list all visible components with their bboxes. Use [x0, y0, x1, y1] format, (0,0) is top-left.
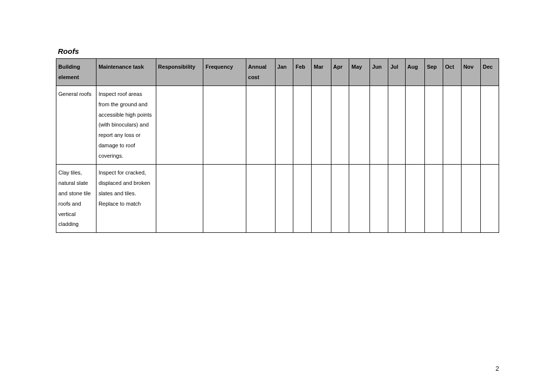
column-header: Oct — [443, 59, 461, 86]
cell-mar — [312, 86, 331, 164]
column-header: Jul — [388, 59, 405, 86]
cell-maintenance-task: Inspect for cracked, displaced and broke… — [96, 165, 156, 233]
column-header: Jun — [370, 59, 388, 86]
cell-may — [349, 165, 370, 233]
document-page: Roofs Building elementMaintenance taskRe… — [56, 47, 499, 233]
cell-building-element: General roofs — [56, 86, 96, 164]
cell-aug — [405, 86, 424, 164]
cell-annual-cost — [246, 165, 275, 233]
cell-jul — [388, 86, 405, 164]
table-header-row: Building elementMaintenance taskResponsi… — [56, 59, 499, 86]
page-number: 2 — [496, 365, 499, 372]
cell-feb — [293, 86, 312, 164]
cell-responsibility — [156, 165, 203, 233]
cell-responsibility — [156, 86, 203, 164]
maintenance-schedule-table: Building elementMaintenance taskResponsi… — [56, 58, 499, 233]
cell-nov — [461, 165, 480, 233]
cell-sep — [424, 86, 443, 164]
column-header: Apr — [331, 59, 349, 86]
cell-mar — [312, 165, 331, 233]
cell-jan — [275, 165, 293, 233]
cell-frequency — [203, 86, 246, 164]
section-title: Roofs — [58, 47, 499, 55]
cell-jun — [370, 86, 388, 164]
column-header: Nov — [461, 59, 480, 86]
cell-may — [349, 86, 370, 164]
cell-building-element: Clay tiles, natural slate and stone tile… — [56, 165, 96, 233]
cell-nov — [461, 86, 480, 164]
column-header: May — [349, 59, 370, 86]
column-header: Aug — [405, 59, 424, 86]
cell-aug — [405, 165, 424, 233]
column-header: Frequency — [203, 59, 246, 86]
cell-oct — [443, 165, 461, 233]
cell-maintenance-task: Inspect roof areas from the ground and a… — [96, 86, 156, 164]
column-header: Jan — [275, 59, 293, 86]
cell-jan — [275, 86, 293, 164]
cell-feb — [293, 165, 312, 233]
column-header: Mar — [312, 59, 331, 86]
column-header: Maintenance task — [96, 59, 156, 86]
table-row: Clay tiles, natural slate and stone tile… — [56, 165, 499, 233]
cell-sep — [424, 165, 443, 233]
cell-dec — [480, 86, 499, 164]
cell-apr — [331, 165, 349, 233]
column-header: Dec — [480, 59, 499, 86]
column-header: Sep — [424, 59, 443, 86]
cell-jul — [388, 165, 405, 233]
cell-oct — [443, 86, 461, 164]
cell-apr — [331, 86, 349, 164]
cell-frequency — [203, 165, 246, 233]
column-header: Responsibility — [156, 59, 203, 86]
cell-annual-cost — [246, 86, 275, 164]
table-row: General roofsInspect roof areas from the… — [56, 86, 499, 164]
cell-dec — [480, 165, 499, 233]
cell-jun — [370, 165, 388, 233]
column-header: Annual cost — [246, 59, 275, 86]
column-header: Building element — [56, 59, 96, 86]
column-header: Feb — [293, 59, 312, 86]
